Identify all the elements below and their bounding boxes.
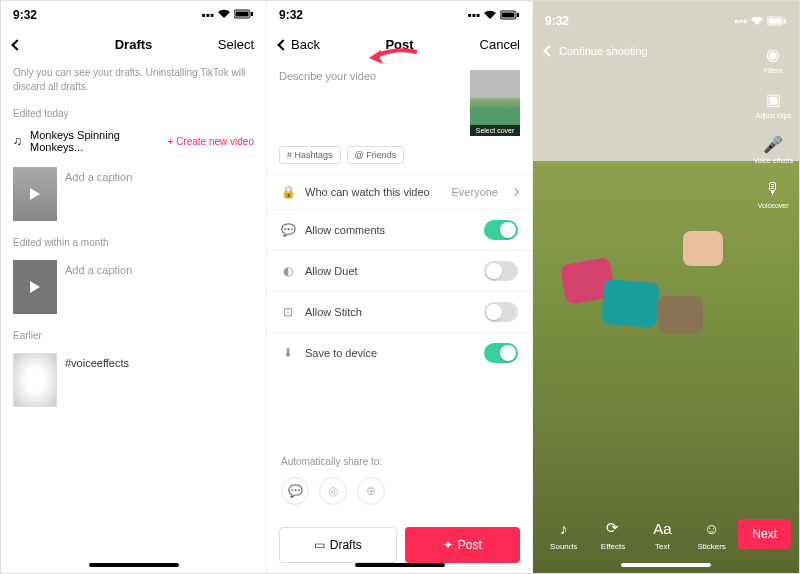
side-toolbar: ◉Filters ▣Adjust clips 🎤Voice effects 🎙V… [753,43,793,209]
effects-tool[interactable]: ⟳Effects [590,516,635,551]
voice-effects-tool[interactable]: 🎤Voice effects [753,133,793,164]
back-button[interactable]: Back [279,37,320,52]
share-instagram-icon[interactable]: ◎ [319,477,347,505]
stitch-row: ⊡ Allow Stitch [267,291,532,332]
select-cover-label: Select cover [470,125,520,136]
draft-thumbnail[interactable] [13,167,57,221]
svg-rect-2 [251,12,253,16]
stitch-toggle[interactable] [484,302,518,322]
bottom-toolbar: ♪Sounds ⟳Effects AaText ☺Stickers Next [533,516,799,551]
cover-thumbnail[interactable]: Select cover [470,70,520,136]
drafts-button[interactable]: ▭Drafts [279,527,397,563]
text-tool[interactable]: AaText [640,516,685,551]
duet-toggle[interactable] [484,261,518,281]
draft-item[interactable]: Add a caption [1,252,266,322]
stickers-tool[interactable]: ☺Stickers [689,516,734,551]
play-icon [30,188,40,200]
post-panel: 9:32 ▪▪▪ Back Post Cancel Describe your … [267,1,533,573]
filters-icon: ◉ [762,43,784,65]
draft-item[interactable]: #voiceeffects [1,345,266,415]
home-indicator [89,563,179,567]
drafts-hint: Only you can see your drafts. Uninstalli… [1,60,266,100]
signal-icon: ▪▪▪ [734,14,747,28]
status-bar: 9:32 ▪▪▪ [267,1,532,29]
comments-row: 💬 Allow comments [267,209,532,250]
status-icons: ▪▪▪ [734,14,787,28]
draft-thumbnail[interactable] [13,353,57,407]
description-input[interactable]: Describe your video [279,70,462,136]
home-indicator [355,563,445,567]
description-area: Describe your video Select cover [267,60,532,146]
continue-shooting-button[interactable]: Continue shooting [545,45,787,57]
friends-pill[interactable]: @ Friends [347,146,405,164]
draft-thumbnail[interactable] [13,260,57,314]
next-button[interactable]: Next [738,519,791,549]
drafts-panel: 9:32 ▪▪▪ Drafts Select Only you can see … [1,1,267,573]
draft-item[interactable]: Add a caption [1,159,266,229]
select-button[interactable]: Select [218,37,254,52]
duet-icon: ◐ [281,264,295,278]
post-icon: ✦ [443,538,453,552]
save-toggle[interactable] [484,343,518,363]
draft-caption: #voiceeffects [65,353,129,369]
save-row: ⬇ Save to device [267,332,532,373]
filters-tool[interactable]: ◉Filters [762,43,784,74]
status-icons: ▪▪▪ [201,8,254,22]
share-label: Automatically share to: [267,452,532,471]
page-title: Drafts [115,37,153,52]
wifi-icon [217,8,231,22]
comments-toggle[interactable] [484,220,518,240]
text-icon: Aa [650,516,674,540]
create-video-link[interactable]: + Create new video [168,136,254,147]
svg-rect-7 [769,19,782,24]
share-chat-icon[interactable]: 💬 [281,477,309,505]
preview-obj [683,231,723,266]
status-bar: 9:32 ▪▪▪ [545,7,787,35]
privacy-row[interactable]: 🔒 Who can watch this video Everyone [267,174,532,209]
arrow-annotation [367,46,422,68]
home-indicator [621,563,711,567]
hashtags-pill[interactable]: # Hashtags [279,146,341,164]
svg-rect-1 [236,12,249,17]
stickers-icon: ☺ [700,516,724,540]
drafts-icon: ▭ [314,538,325,552]
chevron-left-icon [543,45,554,56]
signal-icon: ▪▪▪ [467,8,480,22]
post-button[interactable]: ✦Post [405,527,521,563]
music-title: Monkeys Spinning Monkeys... [30,129,160,153]
share-more-icon[interactable]: ⊕ [357,477,385,505]
chevron-left-icon [277,39,288,50]
share-row: 💬 ◎ ⊕ [267,471,532,517]
preview-obj [601,279,660,329]
svg-rect-5 [517,13,519,17]
pill-row: # Hashtags @ Friends [267,146,532,174]
section-month: Edited within a month [1,229,266,252]
svg-rect-4 [502,13,515,18]
back-button[interactable] [13,41,21,49]
status-time: 9:32 [13,8,37,22]
section-today: Edited today [1,100,266,123]
music-row: ♫ Monkeys Spinning Monkeys... + Create n… [1,123,266,159]
sounds-tool[interactable]: ♪Sounds [541,516,586,551]
section-earlier: Earlier [1,322,266,345]
sounds-icon: ♪ [552,516,576,540]
battery-icon [500,10,520,20]
status-bar: 9:32 ▪▪▪ [1,1,266,29]
caption-placeholder[interactable]: Add a caption [65,167,132,183]
privacy-value: Everyone [452,186,498,198]
svg-rect-8 [784,19,786,23]
status-time: 9:32 [279,8,303,22]
drafts-header: Drafts Select [1,29,266,60]
adjust-clips-tool[interactable]: ▣Adjust clips [756,88,791,119]
voiceover-tool[interactable]: 🎙Voiceover [758,178,789,209]
signal-icon: ▪▪▪ [201,8,214,22]
chevron-left-icon [11,39,22,50]
stitch-icon: ⊡ [281,305,295,319]
caption-placeholder[interactable]: Add a caption [65,260,132,276]
cancel-button[interactable]: Cancel [480,37,520,52]
wifi-icon [483,10,497,20]
music-icon: ♫ [13,134,22,148]
duet-row: ◐ Allow Duet [267,250,532,291]
chevron-right-icon [511,188,519,196]
battery-icon [234,8,254,22]
